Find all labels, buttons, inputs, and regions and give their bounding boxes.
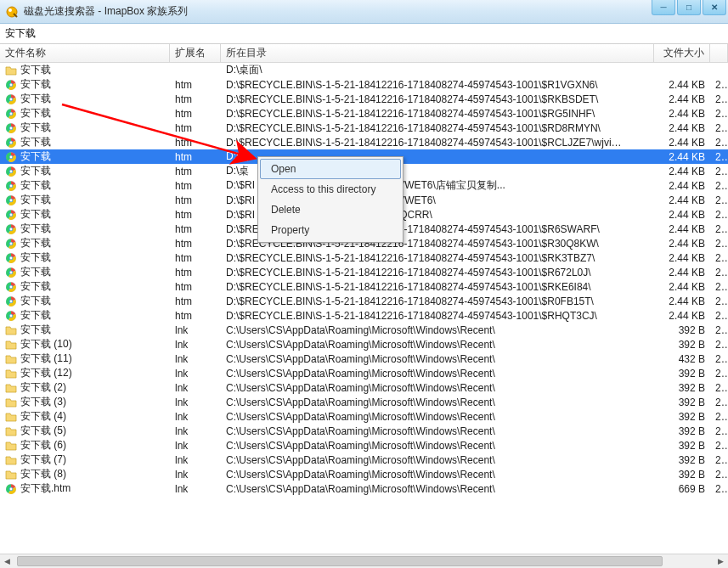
table-row[interactable]: 安下载 (8)lnkC:\Users\CS\AppData\Roaming\Mi… [0, 467, 728, 481]
cell-size: 2.44 KB [629, 79, 710, 91]
cell-ext: lnk [170, 483, 221, 495]
htm-file-icon [5, 137, 17, 149]
table-row[interactable]: 安下载 (12)lnkC:\Users\CS\AppData\Roaming\M… [0, 366, 728, 380]
menu-item-open[interactable]: Open [260, 159, 401, 179]
menu-item-delete[interactable]: Delete [260, 200, 401, 220]
table-row[interactable]: 安下载htmD:\$RECYCLE.BIN\S-1-5-21-18412216-… [0, 135, 728, 149]
cell-name: 安下载 [0, 149, 170, 164]
column-header-row: 文件名称 扩展名 所在目录 文件大小 [0, 44, 728, 63]
file-name-label: 安下载 (6) [20, 438, 66, 453]
table-row[interactable]: 安下载 (2)lnkC:\Users\CS\AppData\Roaming\Mi… [0, 380, 728, 395]
scroll-thumb[interactable] [17, 556, 663, 566]
cell-name: 安下载 (11) [0, 351, 170, 366]
cell-size: 2.44 KB [629, 166, 710, 177]
column-header-size[interactable]: 文件大小 [654, 44, 710, 62]
column-header-date[interactable] [710, 44, 728, 62]
menu-item-access-directory[interactable]: Access to this directory [260, 179, 401, 200]
cell-ext: lnk [170, 382, 221, 394]
cell-size: 2.44 KB [629, 122, 710, 134]
htm-file-icon [5, 122, 17, 134]
table-row[interactable]: 安下载 (4)lnkC:\Users\CS\AppData\Roaming\Mi… [0, 409, 728, 424]
table-row[interactable]: 安下载htmD:\$RECYCLE.BIN\S-1-5-21-18412216-… [0, 121, 728, 135]
table-row[interactable]: 安下载 (7)lnkC:\Users\CS\AppData\Roaming\Mi… [0, 453, 728, 467]
htm-file-icon [5, 151, 17, 163]
folder-icon [5, 65, 17, 76]
folder-icon [5, 396, 17, 408]
cell-date: 20 [710, 209, 728, 221]
cell-date: 20 [710, 238, 728, 250]
cell-date: 20 [710, 295, 728, 307]
cell-date: 20 [710, 454, 728, 466]
cell-directory: C:\Users\CS\AppData\Roaming\Microsoft\Wi… [221, 382, 629, 394]
scroll-right-icon[interactable]: ▶ [714, 554, 728, 569]
svg-point-50 [10, 300, 13, 302]
column-header-ext[interactable]: 扩展名 [170, 44, 221, 62]
minimize-button[interactable]: ─ [652, 0, 675, 15]
cell-ext: lnk [170, 353, 221, 365]
table-row[interactable]: 安下载.htmlnkC:\Users\CS\AppData\Roaming\Mi… [0, 481, 728, 496]
cell-name: 安下载 [0, 63, 170, 77]
cell-name: 安下载 [0, 77, 170, 92]
cell-name: 安下载 [0, 279, 170, 294]
table-row[interactable]: 安下载htmD:\$RECYCLE.BIN\S-1-5-21-18412216-… [0, 265, 728, 279]
search-input[interactable] [5, 28, 260, 40]
folder-icon [5, 368, 17, 380]
cell-directory: D:\$RECYCLE.BIN\S-1-5-21-18412216-171840… [221, 281, 629, 293]
cell-size: 392 B [629, 469, 710, 481]
folder-icon [5, 469, 17, 481]
cell-date: 20 [710, 368, 728, 380]
table-row[interactable]: 安下载 (10)lnkC:\Users\CS\AppData\Roaming\M… [0, 337, 728, 351]
table-row[interactable]: 安下载htmD:\$RECYCLE.BIN\S-1-5-21-18412216-… [0, 106, 728, 121]
table-row[interactable]: 安下载D:\桌面\ [0, 63, 728, 77]
table-row[interactable]: 安下载 (3)lnkC:\Users\CS\AppData\Roaming\Mi… [0, 395, 728, 409]
table-row[interactable]: 安下载htmD:\$RECYCLE.BIN\S-1-5-21-18412216-… [0, 92, 728, 106]
table-row[interactable]: 安下载htmD:\$RECYCLE.BIN\S-1-5-21-18412216-… [0, 250, 728, 265]
column-header-name[interactable]: 文件名称 [0, 44, 170, 62]
cell-size: 2.44 KB [629, 252, 710, 264]
htm-file-icon [5, 166, 17, 177]
table-row[interactable]: 安下载htmD:\$RECYCLE.BIN\S-1-5-21-18412216-… [0, 279, 728, 294]
htm-file-icon [5, 295, 17, 307]
htm-file-icon [5, 223, 17, 235]
cell-date: 20 [710, 122, 728, 134]
file-name-label: 安下载 (3) [20, 395, 66, 409]
close-button[interactable]: ✕ [703, 0, 726, 15]
table-row[interactable]: 安下载 (5)lnkC:\Users\CS\AppData\Roaming\Mi… [0, 424, 728, 438]
cell-name: 安下载 (2) [0, 380, 170, 395]
scroll-left-icon[interactable]: ◀ [0, 554, 14, 569]
menu-item-property[interactable]: Property [260, 220, 401, 240]
cell-directory: C:\Users\CS\AppData\Roaming\Microsoft\Wi… [221, 353, 629, 365]
file-name-label: 安下载 (4) [20, 409, 66, 424]
table-row[interactable]: 安下载htmD:\$RECYCLE.BIN\S-1-5-21-18412216-… [0, 294, 728, 308]
cell-directory: D:\桌面\ [221, 63, 629, 77]
table-row[interactable]: 安下载lnkC:\Users\CS\AppData\Roaming\Micros… [0, 323, 728, 337]
cell-directory: C:\Users\CS\AppData\Roaming\Microsoft\Wi… [221, 411, 629, 423]
search-bar [0, 24, 728, 44]
maximize-button[interactable]: □ [677, 0, 701, 15]
cell-directory: C:\Users\CS\AppData\Roaming\Microsoft\Wi… [221, 440, 629, 452]
horizontal-scrollbar[interactable]: ◀ ▶ [0, 554, 728, 568]
cell-size: 2.44 KB [629, 310, 710, 322]
file-name-label: 安下载 [20, 308, 51, 323]
cell-size: 392 B [629, 425, 710, 437]
table-row[interactable]: 安下载 (6)lnkC:\Users\CS\AppData\Roaming\Mi… [0, 438, 728, 453]
file-name-label: 安下载 [20, 178, 51, 193]
htm-file-icon [5, 483, 17, 495]
file-name-label: 安下载 [20, 77, 51, 92]
table-row[interactable]: 安下载htmD:\$RECYCLE.BIN\S-1-5-21-18412216-… [0, 77, 728, 92]
htm-file-icon [5, 267, 17, 278]
table-row[interactable]: 安下载 (11)lnkC:\Users\CS\AppData\Roaming\M… [0, 351, 728, 366]
cell-name: 安下载 (12) [0, 366, 170, 380]
svg-point-47 [10, 285, 13, 288]
table-row[interactable]: 安下载htmD:\$RECYCLE.BIN\S-1-5-21-18412216-… [0, 308, 728, 323]
htm-file-icon [5, 194, 17, 206]
cell-size: 2.44 KB [629, 238, 710, 250]
results-list: 文件名称 扩展名 所在目录 文件大小 安下载D:\桌面\安下载htmD:\$RE… [0, 44, 728, 520]
svg-point-14 [10, 127, 13, 129]
file-name-label: 安下载 [20, 193, 51, 207]
column-header-dir[interactable]: 所在目录 [221, 44, 654, 62]
cell-date: 20 [710, 151, 728, 163]
cell-name: 安下载 (8) [0, 467, 170, 481]
svg-point-56 [10, 487, 13, 490]
title-bar[interactable]: 磁盘光速搜索器 - ImapBox 家族系列 ─ □ ✕ [0, 0, 728, 24]
